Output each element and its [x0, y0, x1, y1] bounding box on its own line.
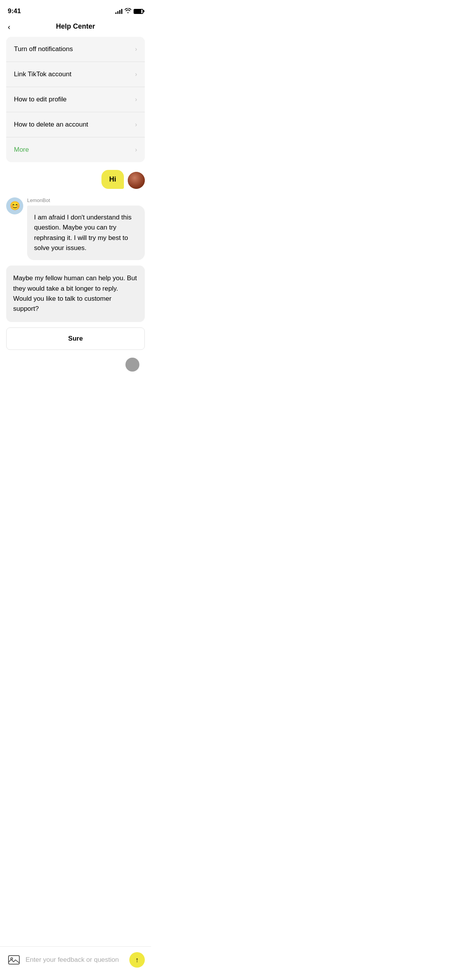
help-item-link-tiktok[interactable]: Link TikTok account ›	[6, 62, 145, 87]
status-time: 9:41	[8, 7, 21, 15]
help-item-turn-off-notifications[interactable]: Turn off notifications ›	[6, 37, 145, 62]
help-topics-card: Turn off notifications › Link TikTok acc…	[6, 37, 145, 162]
help-item-label: How to edit profile	[14, 96, 67, 103]
bot-avatar: 😊	[6, 197, 23, 214]
sure-button[interactable]: Sure	[6, 327, 145, 350]
help-item-label: Turn off notifications	[14, 45, 73, 53]
page-title: Help Center	[56, 22, 95, 31]
help-item-label: Link TikTok account	[14, 70, 71, 78]
chevron-right-icon: ›	[135, 146, 137, 153]
help-item-edit-profile[interactable]: How to edit profile ›	[6, 87, 145, 112]
bot-name: LemonBot	[27, 197, 145, 203]
help-item-more-label: More	[14, 146, 29, 154]
bot-message-card-2: Maybe my fellow human can help you. But …	[6, 266, 145, 350]
user-avatar	[128, 172, 145, 189]
wifi-icon	[125, 8, 131, 14]
help-item-delete-account[interactable]: How to delete an account ›	[6, 112, 145, 137]
chevron-right-icon: ›	[135, 121, 137, 128]
back-button[interactable]: ‹	[8, 23, 10, 31]
user-bubble: Hi	[101, 170, 124, 189]
status-bar: 9:41	[0, 0, 151, 19]
help-item-more[interactable]: More ›	[6, 137, 145, 162]
help-item-label: How to delete an account	[14, 121, 88, 128]
bot-emoji: 😊	[10, 201, 20, 211]
chevron-right-icon: ›	[135, 71, 137, 78]
scroll-handle	[125, 358, 139, 372]
bot-message-row-1: 😊 LemonBot I am afraid I don't understan…	[6, 197, 145, 260]
bot-content-1: LemonBot I am afraid I don't understand …	[27, 197, 145, 260]
header: ‹ Help Center	[0, 19, 151, 37]
scroll-handle-row	[0, 358, 151, 372]
chevron-right-icon: ›	[135, 96, 137, 103]
chevron-right-icon: ›	[135, 46, 137, 53]
chat-area: Hi 😊 LemonBot I am afraid I don't unders…	[0, 170, 151, 350]
signal-icon	[115, 9, 122, 14]
status-icons	[115, 8, 143, 14]
bot-bubble-2: Maybe my fellow human can help you. But …	[6, 266, 145, 322]
battery-icon	[134, 9, 143, 14]
user-message-row: Hi	[6, 170, 145, 189]
bot-bubble-1: I am afraid I don't understand this ques…	[27, 206, 145, 260]
